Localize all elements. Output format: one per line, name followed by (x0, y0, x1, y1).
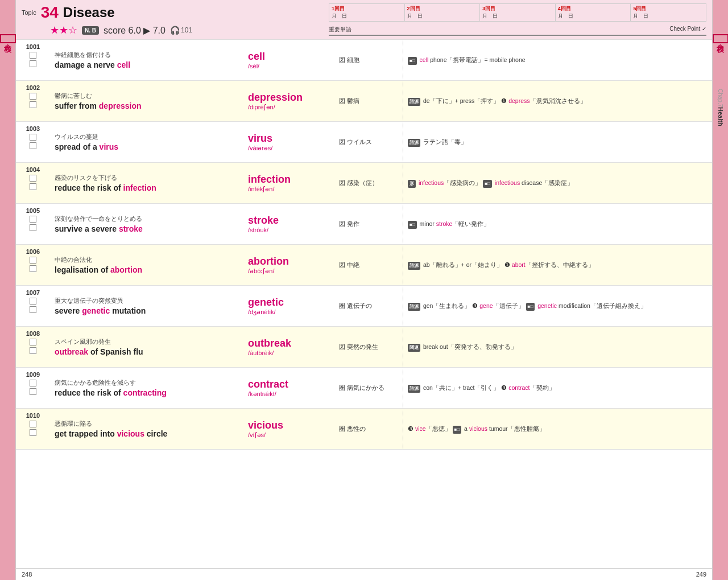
entry-num-1007: 1007 (26, 289, 40, 296)
num-col-1003: 1003 (16, 122, 50, 162)
jp-col-1008: スペイン風邪の発生 outbreak of Spanish flu (50, 327, 243, 367)
checkbox-1004-1[interactable] (30, 175, 36, 182)
trans-col-1005: 図 発作 (334, 204, 403, 244)
checkbox-1008-1[interactable] (30, 339, 36, 345)
vocab-row-1010: 1010 悪循環に陥る get trapped into vicious cir… (16, 409, 712, 450)
checkbox-1005-2[interactable] (30, 224, 36, 231)
trans-col-1009: 圈 病気にかかる (334, 368, 403, 408)
word-col-1004: infection /infékʃən/ (243, 163, 334, 203)
pronunciation-1005: /stróuk/ (248, 227, 330, 233)
num-col-1010: 1010 (16, 409, 50, 449)
jp-phrase-1007: severe genetic mutation (55, 306, 239, 315)
checkbox-1003-1[interactable] (30, 134, 36, 141)
checkbox-1005-1[interactable] (30, 216, 36, 223)
jp-small-1005: 深刻な発作で一命をとりとめる (55, 215, 239, 223)
checkbox-1007-1[interactable] (30, 298, 36, 305)
sched-cell-1: 1回目 月 日 (329, 4, 405, 21)
checkbox-1002-1[interactable] (30, 93, 36, 100)
col-header-vocab: 重要単語 (329, 26, 556, 36)
checkbox-1009-2[interactable] (30, 388, 36, 395)
trans-col-1004: 図 感染（症） (334, 163, 403, 203)
pronunciation-1003: /váiərəs/ (248, 145, 330, 152)
page-numbers: 248 249 (16, 568, 712, 580)
checkbox-1010-2[interactable] (30, 429, 36, 436)
main-word-1004: infection (248, 174, 330, 186)
jp-col-1006: 中絶の合法化 legalisation of abortion (50, 245, 243, 285)
word-col-1003: virus /váiərəs/ (243, 122, 334, 162)
word-col-1007: genetic /dʒənétik/ (243, 286, 334, 326)
score-text: score 6.0 ▶ 7.0 (104, 25, 166, 36)
jp-col-1001: 神経細胞を傷付ける damage a nerve cell (50, 40, 243, 80)
checkbox-1006-2[interactable] (30, 265, 36, 272)
checkbox-1001-1[interactable] (30, 52, 36, 59)
sched-num-5: 5回目 (633, 5, 704, 13)
left-sidebar: 念校 (0, 0, 16, 580)
entry-num-1010: 1010 (26, 412, 40, 419)
sched-num-4: 4回目 (558, 5, 628, 13)
headphone-badge: 🎧 101 (170, 26, 192, 35)
checkbox-1007-2[interactable] (30, 306, 36, 313)
notes-text-1010: ❸ vice「悪徳」 ■□ a vicious tumour「悪性腫瘍」 (408, 425, 545, 434)
checkbox-1001-2[interactable] (30, 60, 36, 67)
vocab-row-1003: 1003 ウイルスの蔓延 spread of a virus virus /vá… (16, 122, 712, 163)
entry-num-1003: 1003 (26, 125, 40, 132)
num-col-1002: 1002 (16, 81, 50, 121)
header-left: Topic 34 Disease ★★☆ N. B score 6.0 ▶ 7.… (22, 3, 317, 36)
notes-text-1001: ■□ cell phone「携帯電話」= mobile phone (408, 56, 526, 65)
jp-small-1004: 感染のリスクを下げる (55, 174, 239, 182)
badge-nb: N. B (82, 26, 99, 35)
notes-col-1007: 語源 gen「生まれる」 ❸ gene「遺伝子」 ■□ genetic modi… (403, 286, 712, 326)
pronunciation-1002: /dipréʃən/ (248, 104, 330, 111)
jp-small-1007: 重大な遺伝子の突然変異 (55, 297, 239, 305)
trans-col-1002: 図 鬱病 (334, 81, 403, 121)
checkbox-1003-2[interactable] (30, 142, 36, 149)
notes-text-1008: 関連 break out「突発する、勃発する」 (408, 343, 517, 352)
main-word-1006: abortion (248, 256, 330, 268)
main-word-1008: outbreak (248, 338, 330, 349)
vocab-row-1004: 1004 感染のリスクを下げる reduce the risk of infec… (16, 163, 712, 204)
notes-col-1010: ❸ vice「悪徳」 ■□ a vicious tumour「悪性腫瘍」 (403, 409, 712, 449)
jp-col-1007: 重大な遺伝子の突然変異 severe genetic mutation (50, 286, 243, 326)
topic-title: Disease (63, 5, 115, 20)
main-word-1010: vicious (248, 419, 330, 431)
checkbox-1004-2[interactable] (30, 183, 36, 190)
header-right: 1回目 月 日 2回目 月 日 3回目 月 日 4回目 (317, 3, 706, 37)
notes-col-1004: 形 infectious「感染病の」 ■□ infectious disease… (403, 163, 712, 203)
checkbox-1010-1[interactable] (30, 421, 36, 427)
headphone-icon: 🎧 (170, 26, 180, 35)
sched-cell-5: 5回目 月 日 (631, 4, 706, 21)
main-word-1009: contract (248, 379, 330, 390)
jp-small-1001: 神経細胞を傷付ける (55, 51, 239, 59)
jp-phrase-1005: survive a severe stroke (55, 224, 239, 233)
trans-col-1007: 圈 遺伝子の (334, 286, 403, 326)
schedule-row: 1回目 月 日 2回目 月 日 3回目 月 日 4回目 (329, 3, 706, 22)
pronunciation-1001: /sél/ (248, 63, 330, 69)
jp-small-1002: 鬱病に苦しむ (55, 92, 239, 100)
word-col-1002: depression /dipréʃən/ (243, 81, 334, 121)
notes-text-1005: ■□ minor stroke「軽い発作」 (408, 220, 490, 229)
trans-col-1006: 図 中絶 (334, 245, 403, 285)
checkbox-1009-1[interactable] (30, 380, 36, 386)
page-left: 248 (22, 571, 32, 578)
word-col-1008: outbreak /áutbrèik/ (243, 327, 334, 367)
sched-date-3: 月 日 (482, 13, 553, 20)
num-col-1009: 1009 (16, 368, 50, 408)
jp-small-1010: 悪循環に陥る (55, 419, 239, 428)
vocab-row-1005: 1005 深刻な発作で一命をとりとめる survive a severe str… (16, 204, 712, 245)
jp-phrase-1003: spread of a virus (55, 142, 239, 151)
num-col-1006: 1006 (16, 245, 50, 285)
notes-col-1002: 語源 de「下に」+ press「押す」 ❶ depress「意気消沈させる」 (403, 81, 712, 121)
pronunciation-1004: /infékʃən/ (248, 186, 330, 193)
checkbox-1006-1[interactable] (30, 257, 36, 264)
vocab-row-1007: 1007 重大な遺伝子の突然変異 severe genetic mutation… (16, 286, 712, 327)
vocab-row-1008: 1008 スペイン風邪の発生 outbreak of Spanish flu o… (16, 327, 712, 368)
word-col-1005: stroke /stróuk/ (243, 204, 334, 244)
checkbox-1008-2[interactable] (30, 347, 36, 354)
vocab-row-1002: 1002 鬱病に苦しむ suffer from depression depre… (16, 81, 712, 122)
entry-num-1009: 1009 (26, 371, 40, 378)
num-col-1004: 1004 (16, 163, 50, 203)
checkbox-1002-2[interactable] (30, 101, 36, 108)
chapter-num: Chap.7 (717, 89, 723, 107)
entry-num-1006: 1006 (26, 248, 40, 255)
main-word-1001: cell (248, 51, 330, 63)
